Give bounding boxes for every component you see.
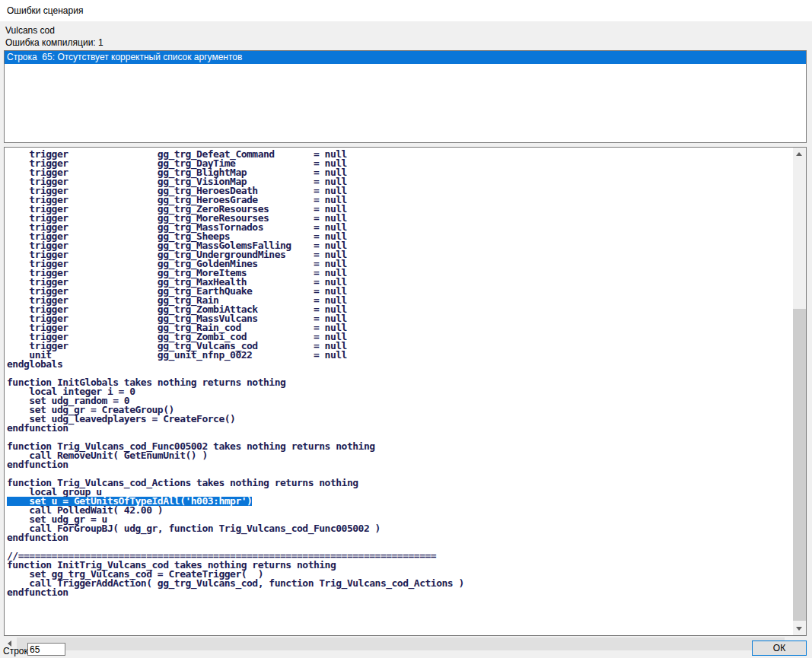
- scroll-down-button[interactable]: [793, 622, 806, 635]
- code-line: endfunction: [7, 424, 791, 433]
- script-name-label: Vulcans cod: [5, 25, 55, 36]
- vertical-scrollbar[interactable]: [793, 148, 806, 635]
- code-line: call ForGroupBJ( udg_gr, function Trig_V…: [7, 524, 791, 533]
- code-line: endfunction: [7, 588, 791, 597]
- code-line: function Trig_Vulcans_cod_Actions takes …: [7, 478, 791, 488]
- code-view[interactable]: trigger gg_trg_Defeat_Command = null tri…: [7, 150, 791, 634]
- code-line: unit gg_unit_nfnp_0022 = null: [7, 351, 791, 360]
- horizontal-scrollbar-thumb[interactable]: [17, 637, 785, 650]
- titlebar: Ошибки сценария: [0, 0, 812, 21]
- code-line: endfunction: [7, 533, 791, 542]
- horizontal-scrollbar[interactable]: [4, 637, 798, 650]
- scroll-up-button[interactable]: [793, 148, 806, 161]
- code-line: endglobals: [7, 360, 791, 369]
- arrow-down-icon: [796, 627, 802, 631]
- code-line: call PolledWait( 42.00 ): [7, 506, 791, 515]
- line-number-input[interactable]: [27, 643, 65, 656]
- arrow-up-icon: [796, 152, 802, 156]
- code-panel: trigger gg_trg_Defeat_Command = null tri…: [4, 147, 807, 636]
- vertical-scrollbar-thumb[interactable]: [793, 309, 806, 621]
- error-list-item[interactable]: Строка 65: Отсутствует корректный список…: [5, 51, 806, 64]
- code-line: call RemoveUnit( GetEnumUnit() ): [7, 451, 791, 460]
- line-number-label: Строк: [3, 646, 28, 656]
- code-line: call TriggerAddAction( gg_trg_Vulcans_co…: [7, 579, 791, 588]
- ok-button[interactable]: ОК: [752, 641, 807, 656]
- code-line: endfunction: [7, 460, 791, 469]
- window-title: Ошибки сценария: [7, 5, 83, 16]
- code-line: set udg_leavedplayers = CreateForce(): [7, 415, 791, 424]
- error-list[interactable]: Строка 65: Отсутствует корректный список…: [4, 50, 807, 143]
- error-count-label: Ошибка компиляции: 1: [5, 37, 103, 48]
- script-errors-dialog: Ошибки сценария Vulcans cod Ошибка компи…: [0, 0, 812, 658]
